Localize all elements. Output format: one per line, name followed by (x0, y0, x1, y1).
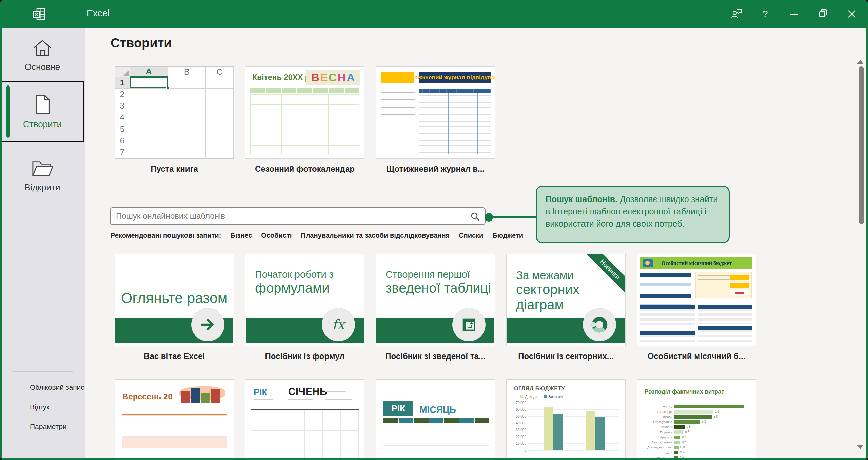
sidebar-item-label: Відкрити (24, 182, 60, 193)
scrollbar-down-arrow[interactable] (857, 445, 863, 449)
row-header: 6 (115, 135, 130, 147)
collage-letter: Н (337, 71, 346, 84)
bar-Діти (674, 451, 678, 454)
bar-Заощадження (674, 441, 680, 444)
legend-lines (381, 131, 413, 143)
month-label: МІСЯЦЬ (419, 405, 456, 415)
template-card-welcome[interactable]: Огляньте разом Вас вітає Excel (115, 254, 234, 361)
template-card-september-calendar[interactable]: Вересень 20_ _ р. (115, 379, 234, 460)
help-button[interactable]: ? (751, 0, 780, 28)
template-card-photo-calendar[interactable]: Квітень 20XX р. ВЕСНА Сезонний фотокален… (245, 66, 364, 174)
grid-cell (206, 100, 234, 112)
category-label: Подарунки та.. (642, 456, 674, 459)
icon-circle: fx (322, 308, 355, 341)
year-label: РІК (254, 387, 267, 398)
icon-circle (583, 308, 616, 341)
pinned-templates-row: ABC1234567 Пуста книга Квітень 20XX р. В… (115, 66, 495, 174)
minimize-icon (790, 14, 798, 15)
sidebar-item-new[interactable]: Створити (0, 81, 84, 142)
photo-calendar-thumbnail: Квітень 20XX р. ВЕСНА (245, 66, 364, 159)
bar-zone: 0 ₴ (674, 441, 751, 444)
category-label: Кредити (642, 435, 674, 439)
value-chip (730, 283, 749, 288)
scrollbar-thumb[interactable] (859, 66, 864, 224)
suggestion-link-business[interactable]: Бізнес (230, 232, 252, 239)
search-icon[interactable] (470, 211, 480, 222)
template-card-pie-charts-tutorial[interactable]: За межами секторних діаграм Новинки (506, 254, 626, 361)
pie-charts-tutorial-thumbnail: За межами секторних діаграм Новинки (506, 254, 626, 346)
contact-support-button[interactable] (722, 0, 751, 28)
template-card-expense-distribution[interactable]: Розподіл фактичних витрат ЖитлоТранспорт… (637, 379, 756, 460)
sidebar-item-open[interactable]: Відкрити (0, 159, 85, 193)
arrow-right-icon (200, 317, 216, 332)
month-label: СІЧЕНЬ (288, 386, 327, 397)
home-icon (32, 38, 53, 58)
template-card-personal-budget[interactable]: Особистий місячний бюджет (637, 254, 756, 361)
sidebar-item-options[interactable]: Параметри (30, 423, 85, 431)
bar-Податки (674, 430, 683, 434)
new-badge-label: Новинки (581, 254, 625, 298)
suggestion-link-personal[interactable]: Особисті (261, 232, 292, 239)
suggestion-link-lists[interactable]: Списки (459, 232, 483, 239)
sidebar-item-account[interactable]: Обліковий запис (30, 383, 85, 391)
year-box: РІК (383, 401, 413, 416)
suggestion-link-planners[interactable]: Планувальники та засоби відслідковування (301, 232, 450, 239)
thumbnail-title: Особистий місячний бюджет (661, 260, 732, 266)
icon-circle (453, 308, 485, 341)
template-card-pivottable-tutorial[interactable]: Створення першої зведеної таблиці (376, 254, 495, 361)
row-header: 2 (115, 89, 130, 100)
template-card-attendance-journal[interactable]: Щотижневий журнал відвідування Щотижневи… (376, 66, 495, 174)
gridline (528, 423, 619, 423)
legend-label: Витрати (548, 395, 563, 399)
gridline (528, 450, 619, 451)
y-tick-label: 60 000 (516, 408, 526, 411)
bar-Витрати-ФАКТИЧНО (595, 417, 605, 450)
category-label: Страхування (642, 420, 674, 424)
minimize-button[interactable] (780, 0, 808, 28)
sidebar-item-home[interactable]: Основне (0, 38, 85, 72)
bar-row: Транспорт1 ₴ (642, 409, 751, 414)
chart-legend: Доходи Витрати (520, 395, 563, 399)
grid-cell (206, 123, 234, 135)
restore-button[interactable] (808, 0, 837, 28)
suggestion-link-budgets[interactable]: Бюджети (492, 232, 523, 239)
column-header: C (206, 67, 234, 77)
sidebar-divider (12, 371, 73, 372)
calendar-rows (122, 415, 227, 460)
bar-Догляд за собою (674, 446, 679, 449)
bar-Кредити (674, 436, 680, 439)
chart-plot-area: 70 00060 00050 00040 00030 00020 00010 0… (528, 403, 619, 450)
grid-cell (168, 123, 206, 135)
sidebar-item-feedback[interactable]: Відгук (30, 403, 85, 411)
search-input[interactable] (116, 208, 448, 224)
template-card-formula-tutorial[interactable]: Початок роботи з формулами fx Посібник і… (245, 254, 364, 361)
template-card-budget-overview[interactable]: ОГЛЯД БЮДЖЕТУ Доходи Витрати 70 00060 00… (506, 379, 626, 460)
bar-Страви (674, 415, 712, 419)
close-button[interactable] (837, 0, 866, 28)
template-search-box (110, 207, 486, 225)
form-lines (381, 92, 415, 129)
template-card-month-calendar[interactable]: РІК МІСЯЦЬ (376, 379, 495, 460)
template-card-january-calendar[interactable]: РІК СІЧЕНЬ (245, 379, 364, 460)
calendar-grid (250, 94, 359, 154)
template-card-blank-workbook[interactable]: ABC1234567 Пуста книга (115, 66, 234, 174)
value-label: 0 ₴ (682, 435, 687, 439)
thumbnail-text-line1: За межами (516, 269, 574, 282)
column-header: A (130, 67, 168, 77)
scrollbar-up-arrow[interactable] (857, 60, 863, 64)
grid-cell (168, 147, 206, 158)
grid-cell (130, 112, 168, 123)
selected-accent-bar (6, 85, 10, 138)
spring-collage: ВЕСНА (306, 70, 360, 85)
pivot-table-icon (461, 317, 476, 332)
bar-Доходи-ФАКТИЧНО (586, 411, 595, 450)
grid-cell (130, 123, 168, 135)
sidebar: Основне Створити Відкрити Обліков (0, 28, 85, 460)
row-header: 3 (115, 100, 130, 112)
grid-cell (206, 112, 234, 123)
january-calendar-thumbnail: РІК СІЧЕНЬ (245, 379, 364, 460)
bar-zone: 1 ₴ (674, 415, 751, 419)
grid-cell (168, 100, 206, 112)
grid-cell (130, 77, 168, 89)
bar-row: Податки0 ₴ (642, 429, 751, 435)
